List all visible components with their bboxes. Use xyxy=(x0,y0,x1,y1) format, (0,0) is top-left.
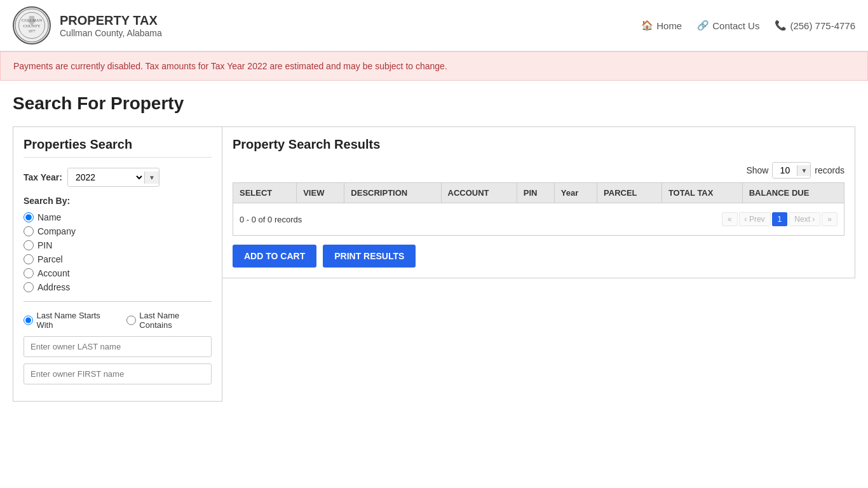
home-link-label: Home xyxy=(656,20,682,31)
col-balance-due: BALANCE DUE xyxy=(742,183,844,203)
header-nav: 🏠 Home 🔗 Contact Us 📞 (256) 775-4776 xyxy=(641,20,855,31)
left-panel-title: Properties Search xyxy=(24,137,212,158)
col-view: VIEW xyxy=(297,183,344,203)
tax-year-select-wrapper[interactable]: 2022 2021 2020 ▼ xyxy=(67,168,159,187)
search-by-account-radio[interactable] xyxy=(24,268,34,278)
right-panel: Property Search Results Show 10 ▼ record… xyxy=(222,126,855,278)
pagination-first-button[interactable]: « xyxy=(722,212,738,226)
header-title: PROPERTY TAX xyxy=(60,13,162,28)
records-count-input[interactable]: 10 xyxy=(773,163,797,178)
last-name-contains-radio[interactable] xyxy=(126,315,136,325)
search-by-pin-radio[interactable] xyxy=(24,240,34,250)
table-controls: Show 10 ▼ records xyxy=(233,162,844,179)
col-select: SELECT xyxy=(233,183,297,203)
divider xyxy=(24,301,212,302)
phone-icon: 📞 xyxy=(775,20,787,31)
last-name-starts-with-label: Last Name Starts With xyxy=(36,311,116,330)
home-link[interactable]: 🏠 Home xyxy=(641,20,682,31)
search-by-account-label: Account xyxy=(37,268,70,278)
header-subtitle: Cullman County, Alabama xyxy=(60,28,162,38)
columns-layout: Properties Search Tax Year: 2022 2021 20… xyxy=(13,126,855,402)
last-name-starts-with-radio[interactable] xyxy=(24,315,33,325)
home-icon: 🏠 xyxy=(641,20,653,31)
tax-year-label: Tax Year: xyxy=(24,172,62,182)
contact-link[interactable]: 🔗 Contact Us xyxy=(697,20,759,31)
contact-link-label: Contact Us xyxy=(712,20,759,31)
contact-icon: 🔗 xyxy=(697,20,709,31)
main-content: Search For Property Properties Search Ta… xyxy=(0,81,868,402)
col-account: ACCOUNT xyxy=(441,183,517,203)
search-by-parcel-radio[interactable] xyxy=(24,254,34,264)
banner-message: Payments are currently disabled. Tax amo… xyxy=(13,61,447,71)
last-name-contains-label: Last Name Contains xyxy=(139,311,212,330)
search-by-pin-label: PIN xyxy=(37,240,52,250)
search-by-pin[interactable]: PIN xyxy=(24,240,212,250)
svg-text:1877: 1877 xyxy=(28,29,35,33)
tax-year-select[interactable]: 2022 2021 2020 xyxy=(68,168,144,186)
last-name-contains-option[interactable]: Last Name Contains xyxy=(126,311,212,330)
page-title: Search For Property xyxy=(13,93,855,114)
search-by-account[interactable]: Account xyxy=(24,268,212,278)
phone-link[interactable]: 📞 (256) 775-4776 xyxy=(775,20,855,31)
search-by-parcel-label: Parcel xyxy=(37,254,63,264)
add-to-cart-button[interactable]: ADD TO CART xyxy=(233,245,316,268)
phone-link-label: (256) 775-4776 xyxy=(790,20,855,31)
search-by-company-radio[interactable] xyxy=(24,226,34,236)
name-search-options: Last Name Starts With Last Name Contains xyxy=(24,311,212,330)
records-count-arrow[interactable]: ▼ xyxy=(797,165,810,176)
results-table: SELECT VIEW DESCRIPTION ACCOUNT PIN Year… xyxy=(233,182,844,236)
pagination-next-button[interactable]: Next › xyxy=(789,212,820,226)
pagination-page-1-button[interactable]: 1 xyxy=(772,212,788,226)
col-year: Year xyxy=(554,183,597,203)
header-left: CULLMAN COUNTY 1877 PROPERTY TAX Cullman… xyxy=(13,6,162,44)
logo: CULLMAN COUNTY 1877 xyxy=(13,6,51,44)
search-by-radio-group: Name Company PIN Parcel Account xyxy=(24,212,212,292)
search-by-address[interactable]: Address xyxy=(24,282,212,292)
last-name-starts-with-option[interactable]: Last Name Starts With xyxy=(24,311,116,330)
pagination-controls: « ‹ Prev 1 Next › » xyxy=(722,212,837,226)
search-by-company[interactable]: Company xyxy=(24,226,212,236)
pagination-last-button[interactable]: » xyxy=(822,212,837,226)
col-pin: PIN xyxy=(517,183,554,203)
table-empty-row: 0 - 0 of 0 records « ‹ Prev 1 Next › » xyxy=(233,203,844,236)
results-title: Property Search Results xyxy=(233,137,844,152)
search-by-address-label: Address xyxy=(37,282,70,292)
show-label: Show xyxy=(746,165,768,175)
records-info-row: 0 - 0 of 0 records « ‹ Prev 1 Next › » xyxy=(240,208,837,230)
header: CULLMAN COUNTY 1877 PROPERTY TAX Cullman… xyxy=(0,0,868,51)
search-by-parcel[interactable]: Parcel xyxy=(24,254,212,264)
payment-banner: Payments are currently disabled. Tax amo… xyxy=(0,51,868,81)
left-panel: Properties Search Tax Year: 2022 2021 20… xyxy=(13,126,222,402)
records-count-wrapper[interactable]: 10 ▼ xyxy=(772,162,811,179)
search-by-name[interactable]: Name xyxy=(24,212,212,222)
search-by-company-label: Company xyxy=(37,226,76,236)
search-by-address-radio[interactable] xyxy=(24,282,34,292)
col-description: DESCRIPTION xyxy=(344,183,441,203)
tax-year-dropdown-arrow[interactable]: ▼ xyxy=(144,172,159,184)
print-results-button[interactable]: PRINT RESULTS xyxy=(323,245,416,268)
records-info: 0 - 0 of 0 records xyxy=(240,215,302,224)
col-total-tax: TOTAL TAX xyxy=(661,183,742,203)
tax-year-row: Tax Year: 2022 2021 2020 ▼ xyxy=(24,168,212,187)
first-name-input[interactable] xyxy=(24,363,212,384)
pagination-prev-button[interactable]: ‹ Prev xyxy=(739,212,771,226)
col-parcel: PARCEL xyxy=(597,183,662,203)
search-by-name-label: Name xyxy=(37,212,61,222)
header-title-block: PROPERTY TAX Cullman County, Alabama xyxy=(60,13,162,38)
records-label: records xyxy=(815,165,844,175)
last-name-input[interactable] xyxy=(24,336,212,357)
search-by-name-radio[interactable] xyxy=(24,212,34,222)
table-header-row: SELECT VIEW DESCRIPTION ACCOUNT PIN Year… xyxy=(233,183,844,203)
search-by-label: Search By: xyxy=(24,196,212,206)
action-buttons: ADD TO CART PRINT RESULTS xyxy=(233,245,844,268)
